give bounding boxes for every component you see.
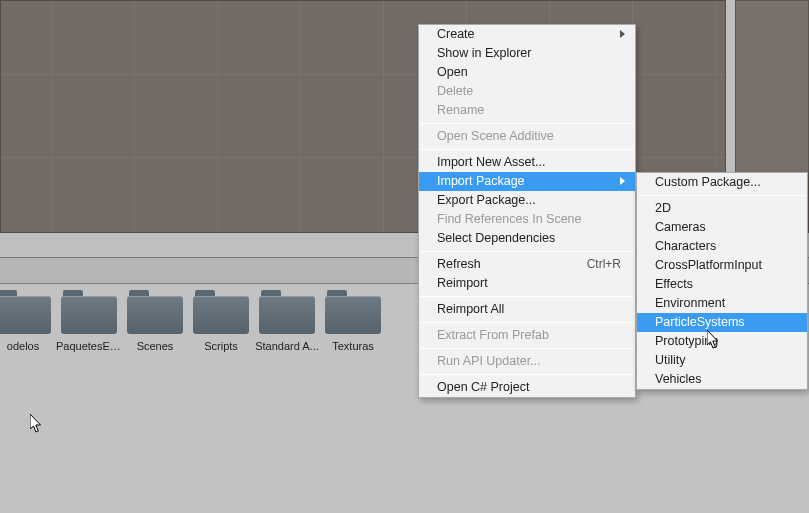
- submenu-arrow-icon: [620, 177, 625, 185]
- menu-open[interactable]: Open: [419, 63, 635, 82]
- menu-rename: Rename: [419, 101, 635, 120]
- menu-item-label: ParticleSystems: [655, 315, 745, 329]
- menu-separator: [420, 374, 634, 375]
- menu-create[interactable]: Create: [419, 25, 635, 44]
- menu-item-label: Cameras: [655, 220, 706, 234]
- submenu-environment[interactable]: Environment: [637, 294, 807, 313]
- menu-separator: [420, 296, 634, 297]
- submenu-utility[interactable]: Utility: [637, 351, 807, 370]
- folder-label: Scripts: [188, 340, 254, 352]
- folder-label: Scenes: [122, 340, 188, 352]
- menu-separator: [420, 322, 634, 323]
- menu-shortcut: Ctrl+R: [587, 255, 621, 274]
- menu-item-label: Custom Package...: [655, 175, 761, 189]
- folder-icon: [0, 296, 51, 334]
- menu-item-label: 2D: [655, 201, 671, 215]
- menu-item-label: Import Package: [437, 174, 525, 188]
- folder-label: PaquetesEx...: [56, 340, 122, 352]
- menu-item-label: Import New Asset...: [437, 155, 545, 169]
- menu-export-package[interactable]: Export Package...: [419, 191, 635, 210]
- folder-label: odelos: [0, 340, 56, 352]
- menu-item-label: Refresh: [437, 257, 481, 271]
- menu-item-label: Prototyping: [655, 334, 718, 348]
- menu-item-label: Environment: [655, 296, 725, 310]
- submenu-particlesystems[interactable]: ParticleSystems: [637, 313, 807, 332]
- menu-extract-from-prefab: Extract From Prefab: [419, 326, 635, 345]
- menu-item-label: Open Scene Additive: [437, 129, 554, 143]
- menu-import-package[interactable]: Import Package: [419, 172, 635, 191]
- menu-open-scene-additive: Open Scene Additive: [419, 127, 635, 146]
- menu-item-label: Extract From Prefab: [437, 328, 549, 342]
- folder-item[interactable]: Texturas: [320, 296, 386, 352]
- menu-separator: [420, 348, 634, 349]
- folder-item[interactable]: Scenes: [122, 296, 188, 352]
- menu-import-new-asset[interactable]: Import New Asset...: [419, 153, 635, 172]
- menu-separator: [420, 123, 634, 124]
- submenu-vehicles[interactable]: Vehicles: [637, 370, 807, 389]
- menu-separator: [420, 149, 634, 150]
- menu-refresh[interactable]: Refresh Ctrl+R: [419, 255, 635, 274]
- folder-item[interactable]: Scripts: [188, 296, 254, 352]
- submenu-effects[interactable]: Effects: [637, 275, 807, 294]
- menu-delete: Delete: [419, 82, 635, 101]
- submenu-crossplatforminput[interactable]: CrossPlatformInput: [637, 256, 807, 275]
- menu-reimport-all[interactable]: Reimport All: [419, 300, 635, 319]
- submenu-characters[interactable]: Characters: [637, 237, 807, 256]
- folder-item[interactable]: odelos: [0, 296, 56, 352]
- folder-label: Texturas: [320, 340, 386, 352]
- menu-item-label: Run API Updater...: [437, 354, 541, 368]
- folder-label: Standard A...: [254, 340, 320, 352]
- menu-reimport[interactable]: Reimport: [419, 274, 635, 293]
- submenu-custom-package[interactable]: Custom Package...: [637, 173, 807, 192]
- menu-item-label: Reimport All: [437, 302, 504, 316]
- menu-item-label: Select Dependencies: [437, 231, 555, 245]
- menu-item-label: Vehicles: [655, 372, 702, 386]
- menu-item-label: Reimport: [437, 276, 488, 290]
- menu-item-label: Open: [437, 65, 468, 79]
- menu-run-api-updater: Run API Updater...: [419, 352, 635, 371]
- submenu-arrow-icon: [620, 30, 625, 38]
- menu-item-label: Create: [437, 27, 475, 41]
- folder-icon: [259, 296, 315, 334]
- import-package-submenu: Custom Package... 2D Cameras Characters …: [636, 172, 808, 390]
- menu-item-label: Delete: [437, 84, 473, 98]
- submenu-cameras[interactable]: Cameras: [637, 218, 807, 237]
- menu-item-label: Characters: [655, 239, 716, 253]
- context-menu: Create Show in Explorer Open Delete Rena…: [418, 24, 636, 398]
- folder-icon: [127, 296, 183, 334]
- menu-item-label: Find References In Scene: [437, 212, 582, 226]
- submenu-prototyping[interactable]: Prototyping: [637, 332, 807, 351]
- folder-item[interactable]: PaquetesEx...: [56, 296, 122, 352]
- submenu-2d[interactable]: 2D: [637, 199, 807, 218]
- menu-item-label: Open C# Project: [437, 380, 529, 394]
- menu-show-in-explorer[interactable]: Show in Explorer: [419, 44, 635, 63]
- folder-item[interactable]: Standard A...: [254, 296, 320, 352]
- menu-separator: [420, 251, 634, 252]
- menu-item-label: Export Package...: [437, 193, 536, 207]
- menu-item-label: CrossPlatformInput: [655, 258, 762, 272]
- menu-find-references: Find References In Scene: [419, 210, 635, 229]
- menu-item-label: Effects: [655, 277, 693, 291]
- folder-icon: [193, 296, 249, 334]
- folder-icon: [61, 296, 117, 334]
- menu-open-csharp-project[interactable]: Open C# Project: [419, 378, 635, 397]
- menu-item-label: Utility: [655, 353, 686, 367]
- menu-separator: [638, 195, 806, 196]
- menu-select-dependencies[interactable]: Select Dependencies: [419, 229, 635, 248]
- folder-icon: [325, 296, 381, 334]
- menu-item-label: Show in Explorer: [437, 46, 532, 60]
- menu-item-label: Rename: [437, 103, 484, 117]
